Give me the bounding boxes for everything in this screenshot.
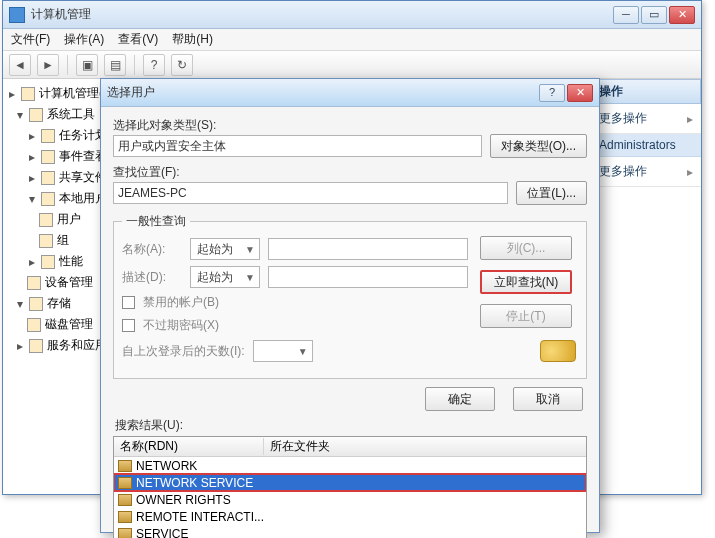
key-icon (540, 340, 576, 362)
maximize-button[interactable]: ▭ (641, 6, 667, 24)
results-list[interactable]: 名称(RDN) 所在文件夹 NETWORKNETWORK SERVICEOWNE… (113, 436, 587, 538)
result-row[interactable]: REMOTE INTERACTI... (114, 508, 586, 525)
desc-match-combo[interactable]: 起始为▼ (190, 266, 260, 288)
result-row[interactable]: NETWORK SERVICE (114, 474, 586, 491)
props-button[interactable]: ▤ (104, 54, 126, 76)
action-admins[interactable]: Administrators (591, 134, 701, 157)
chevron-right-icon: ▸ (687, 112, 693, 126)
result-name: NETWORK SERVICE (136, 476, 253, 490)
action-pane: 操作 更多操作▸ Administrators 更多操作▸ (591, 79, 701, 494)
dialog-title: 选择用户 (107, 84, 539, 101)
dialog-help-button[interactable]: ? (539, 84, 565, 102)
disabled-accounts-label: 禁用的帐户(B) (143, 294, 219, 311)
main-titlebar[interactable]: 计算机管理 ─ ▭ ✕ (3, 1, 701, 29)
ok-button[interactable]: 确定 (425, 387, 495, 411)
result-row[interactable]: SERVICE (114, 525, 586, 538)
menubar: 文件(F) 操作(A) 查看(V) 帮助(H) (3, 29, 701, 51)
nav-fwd-button[interactable]: ► (37, 54, 59, 76)
col-rdn[interactable]: 名称(RDN) (114, 438, 264, 455)
noexpire-pwd-label: 不过期密码(X) (143, 317, 219, 334)
object-type-button[interactable]: 对象类型(O)... (490, 134, 587, 158)
main-title: 计算机管理 (31, 6, 613, 23)
dialog-close-button[interactable]: ✕ (567, 84, 593, 102)
noexpire-pwd-checkbox[interactable] (122, 319, 135, 332)
user-icon (118, 494, 132, 506)
user-icon (118, 511, 132, 523)
action-more-2[interactable]: 更多操作▸ (591, 157, 701, 187)
results-label: 搜索结果(U): (115, 417, 587, 434)
user-icon (118, 528, 132, 539)
menu-action[interactable]: 操作(A) (64, 31, 104, 48)
result-row[interactable]: NETWORK (114, 457, 586, 474)
location-button[interactable]: 位置(L)... (516, 181, 587, 205)
name-label: 名称(A): (122, 241, 182, 258)
help-button[interactable]: ? (143, 54, 165, 76)
lastlogin-label: 自上次登录后的天数(I): (122, 343, 245, 360)
location-field: JEAMES-PC (113, 182, 508, 204)
user-icon (118, 477, 132, 489)
name-match-combo[interactable]: 起始为▼ (190, 238, 260, 260)
lastlogin-combo[interactable]: ▼ (253, 340, 313, 362)
col-folder[interactable]: 所在文件夹 (264, 438, 586, 455)
up-button[interactable]: ▣ (76, 54, 98, 76)
stop-button[interactable]: 停止(T) (480, 304, 572, 328)
result-name: SERVICE (136, 527, 188, 539)
app-icon (9, 7, 25, 23)
columns-button[interactable]: 列(C)... (480, 236, 572, 260)
action-more-1[interactable]: 更多操作▸ (591, 104, 701, 134)
nav-back-button[interactable]: ◄ (9, 54, 31, 76)
minimize-button[interactable]: ─ (613, 6, 639, 24)
menu-file[interactable]: 文件(F) (11, 31, 50, 48)
cancel-button[interactable]: 取消 (513, 387, 583, 411)
user-icon (118, 460, 132, 472)
general-query-group: 一般性查询 名称(A): 起始为▼ 描述(D): 起始为▼ 禁用的帐户(B) 不… (113, 213, 587, 379)
actions-header: 操作 (591, 79, 701, 104)
desc-label: 描述(D): (122, 269, 182, 286)
desc-input[interactable] (268, 266, 468, 288)
result-name: REMOTE INTERACTI... (136, 510, 264, 524)
object-type-field: 用户或内置安全主体 (113, 135, 482, 157)
name-input[interactable] (268, 238, 468, 260)
results-header[interactable]: 名称(RDN) 所在文件夹 (114, 437, 586, 457)
close-button[interactable]: ✕ (669, 6, 695, 24)
find-now-button[interactable]: 立即查找(N) (480, 270, 572, 294)
result-name: NETWORK (136, 459, 197, 473)
toolbar: ◄ ► ▣ ▤ ? ↻ (3, 51, 701, 79)
dialog-titlebar[interactable]: 选择用户 ? ✕ (101, 79, 599, 107)
chevron-down-icon: ▼ (298, 346, 308, 357)
object-type-label: 选择此对象类型(S): (113, 117, 587, 134)
chevron-down-icon: ▼ (245, 272, 255, 283)
result-row[interactable]: OWNER RIGHTS (114, 491, 586, 508)
disabled-accounts-checkbox[interactable] (122, 296, 135, 309)
chevron-right-icon: ▸ (687, 165, 693, 179)
select-user-dialog: 选择用户 ? ✕ 选择此对象类型(S): 用户或内置安全主体 对象类型(O)..… (100, 78, 600, 533)
menu-help[interactable]: 帮助(H) (172, 31, 213, 48)
result-name: OWNER RIGHTS (136, 493, 231, 507)
refresh-button[interactable]: ↻ (171, 54, 193, 76)
group-legend: 一般性查询 (122, 213, 190, 230)
chevron-down-icon: ▼ (245, 244, 255, 255)
location-label: 查找位置(F): (113, 164, 587, 181)
menu-view[interactable]: 查看(V) (118, 31, 158, 48)
dialog-body: 选择此对象类型(S): 用户或内置安全主体 对象类型(O)... 查找位置(F)… (101, 107, 599, 538)
